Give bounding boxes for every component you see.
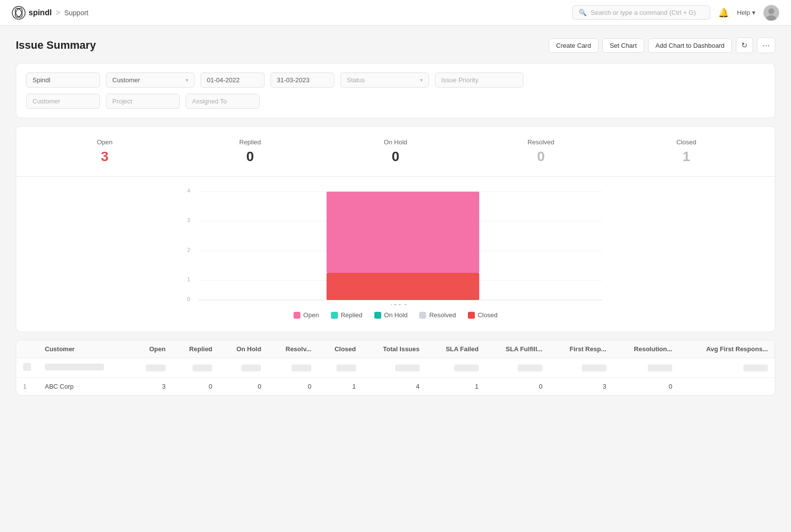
col-avg-first: Avg First Respons...	[679, 340, 775, 358]
legend-closed: Closed	[468, 311, 497, 319]
legend-onhold-dot	[374, 312, 381, 319]
main-content: Issue Summary Create Card Set Chart Add …	[0, 26, 791, 407]
row-avg-first	[679, 378, 775, 396]
skeleton-replied	[172, 358, 219, 378]
legend-replied: Replied	[331, 311, 363, 319]
col-open: Open	[130, 340, 172, 358]
stat-onhold-value: 0	[323, 149, 468, 165]
stat-replied-value: 0	[177, 149, 323, 165]
col-replied: Replied	[172, 340, 219, 358]
stat-resolved-value: 0	[468, 149, 614, 165]
legend-replied-dot	[331, 312, 338, 319]
row-replied: 0	[172, 378, 219, 396]
bar-open	[327, 192, 479, 273]
add-chart-button[interactable]: Add Chart to Dashboard	[648, 38, 732, 53]
stat-closed: Closed 1	[614, 138, 759, 165]
row-resolved: 0	[268, 378, 318, 396]
help-label: Help	[737, 9, 750, 16]
nav-right: 🔍 Search or type a command (Ctrl + G) 🔔 …	[572, 5, 779, 21]
stats-panel: Open 3 Replied 0 On Hold 0 Resolved 0 Cl…	[16, 127, 775, 177]
skeleton-resolution	[613, 358, 679, 378]
col-sla-failed: SLA Failed	[427, 340, 486, 358]
col-checkbox	[16, 340, 38, 358]
stat-onhold-label: On Hold	[323, 138, 468, 146]
refresh-button[interactable]: ↻	[736, 37, 753, 53]
nav-separator: >	[56, 8, 60, 17]
legend-resolved: Resolved	[419, 311, 456, 319]
row-num: 1	[16, 378, 38, 396]
skeleton-total	[363, 358, 427, 378]
col-first-resp: First Resp...	[549, 340, 613, 358]
legend-resolved-dot	[419, 312, 426, 319]
logo-icon	[12, 6, 26, 20]
legend-onhold-label: On Hold	[384, 311, 408, 319]
stat-replied-label: Replied	[177, 138, 323, 146]
search-placeholder: Search or type a command (Ctrl + G)	[591, 9, 696, 16]
project-filter[interactable]: Project	[106, 94, 180, 109]
stat-open-value: 3	[32, 149, 177, 165]
legend-open-dot	[294, 312, 300, 319]
legend-open-label: Open	[303, 311, 319, 319]
row-first-resp: 3	[549, 378, 613, 396]
skeleton-first-resp	[549, 358, 613, 378]
nav-left: spindl > Support	[12, 6, 89, 20]
legend-open: Open	[294, 311, 319, 319]
spindl-filter[interactable]: Spindl	[26, 72, 100, 88]
stat-resolved-label: Resolved	[468, 138, 614, 146]
stat-closed-value: 1	[614, 149, 759, 165]
legend-onhold: On Hold	[374, 311, 408, 319]
nav-section-label: Support	[64, 9, 88, 17]
status-dropdown[interactable]: Status ▾	[340, 72, 429, 88]
row-onhold: 0	[219, 378, 268, 396]
row-resolution: 0	[613, 378, 679, 396]
create-card-button[interactable]: Create Card	[549, 38, 598, 53]
customer-chevron: ▾	[186, 77, 188, 83]
stat-closed-label: Closed	[614, 138, 759, 146]
col-sla-fulfill: SLA Fulfill...	[486, 340, 550, 358]
stat-open: Open 3	[32, 138, 177, 165]
skeleton-avg	[679, 358, 775, 378]
legend-closed-dot	[468, 312, 475, 319]
date-to-input[interactable]: 31-03-2023	[270, 72, 334, 88]
bar-chart: 4 3 2 1 0 ABC Corp	[26, 187, 765, 305]
svg-text:0: 0	[187, 296, 190, 302]
legend-resolved-label: Resolved	[429, 311, 456, 319]
svg-text:ABC Corp: ABC Corp	[390, 303, 416, 305]
assigned-to-filter[interactable]: Assigned To	[186, 94, 260, 109]
help-chevron: ▾	[752, 9, 756, 16]
skeleton-resolved	[268, 358, 318, 378]
priority-dropdown[interactable]: Issue Priority	[435, 72, 524, 88]
row-sla-failed: 1	[427, 378, 486, 396]
logo-text: spindl	[29, 8, 52, 17]
stat-replied: Replied 0	[177, 138, 323, 165]
svg-point-2	[14, 7, 24, 18]
svg-point-4	[768, 8, 774, 14]
svg-text:3: 3	[187, 217, 190, 223]
notification-icon[interactable]: 🔔	[718, 7, 729, 18]
page-header: Issue Summary Create Card Set Chart Add …	[16, 37, 775, 53]
chart-area: 4 3 2 1 0 ABC Corp	[16, 177, 775, 332]
search-bar[interactable]: 🔍 Search or type a command (Ctrl + G)	[572, 5, 710, 20]
logo[interactable]: spindl	[12, 6, 52, 20]
more-button[interactable]: ⋯	[757, 37, 775, 53]
svg-text:1: 1	[187, 276, 190, 282]
help-button[interactable]: Help ▾	[737, 9, 756, 16]
table-row[interactable]: 1 ABC Corp 3 0 0 0 1 4 1 0 3 0	[16, 378, 775, 396]
col-total: Total Issues	[363, 340, 427, 358]
stat-open-label: Open	[32, 138, 177, 146]
set-chart-button[interactable]: Set Chart	[602, 38, 644, 53]
date-from-input[interactable]: 01-04-2022	[200, 72, 264, 88]
legend-closed-label: Closed	[478, 311, 497, 319]
customer-dropdown[interactable]: Customer ▾	[106, 72, 195, 88]
col-closed: Closed	[318, 340, 363, 358]
filter-row-2: Customer Project Assigned To	[26, 94, 765, 109]
skeleton-onhold	[219, 358, 268, 378]
filter-panel: Spindl Customer ▾ 01-04-2022 31-03-2023 …	[16, 63, 775, 118]
avatar[interactable]	[763, 5, 779, 21]
chart-legend: Open Replied On Hold Resolved Closed	[26, 306, 765, 327]
skeleton-sla-fulfill	[486, 358, 550, 378]
svg-text:2: 2	[187, 247, 190, 253]
filter-row-1: Spindl Customer ▾ 01-04-2022 31-03-2023 …	[26, 72, 765, 88]
table-row-skeleton	[16, 358, 775, 378]
customer-text-filter[interactable]: Customer	[26, 94, 100, 109]
